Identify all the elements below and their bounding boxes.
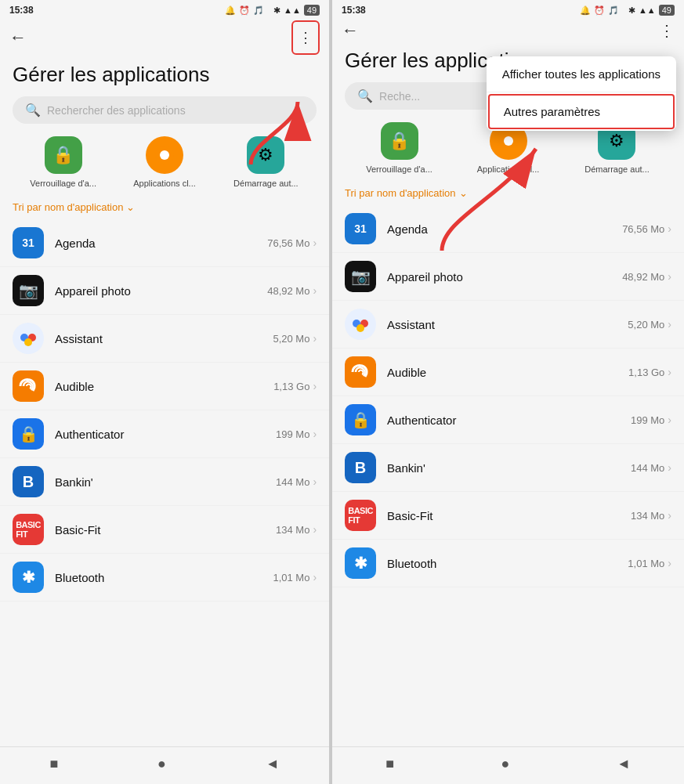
app-name-basicfit-left: Basic-Fit — [55, 523, 276, 537]
time-right: 15:38 — [342, 5, 366, 16]
shortcut-lock-label-left: Verrouillage d'a... — [30, 179, 96, 189]
app-icon-basicfit-left: BASICFIT — [13, 514, 44, 545]
more-menu-button-right[interactable]: ⋮ — [659, 21, 675, 40]
list-item[interactable]: BASICFIT Basic-Fit 134 Mo › — [0, 506, 329, 554]
nav-square-left[interactable]: ■ — [49, 756, 58, 772]
list-item[interactable]: ✱ Bluetooth 1,01 Mo › — [0, 554, 329, 602]
shortcut-lock-left[interactable]: 🔒 Verrouillage d'a... — [28, 136, 99, 189]
chevron-icon: › — [313, 237, 317, 249]
status-bar-right: 15:38 🔔 ⏰ 🎵 ✱ ▲▲ 49 — [332, 0, 684, 19]
nav-triangle-left[interactable]: ◄ — [266, 756, 280, 772]
app-icon-assistant-left — [13, 323, 44, 354]
chevron-icon: › — [668, 414, 671, 426]
list-item[interactable]: ✱ Bluetooth 1,01 Mo › — [332, 540, 684, 587]
nav-circle-right[interactable]: ● — [501, 756, 510, 772]
shortcut-startup-label-left: Démarrage aut... — [233, 179, 299, 189]
app-icon-bluetooth-left: ✱ — [13, 562, 44, 593]
app-size-bankin-left: 144 Mo — [276, 476, 309, 488]
app-size-bluetooth-left: 1,01 Mo — [273, 572, 309, 583]
app-list-left: 31 Agenda 76,56 Mo › 📷 Appareil photo 48… — [0, 219, 329, 746]
list-item[interactable]: B Bankin' 144 Mo › — [0, 458, 329, 506]
shortcut-lock-icon-left: 🔒 — [45, 136, 82, 174]
app-size-bankin-right: 144 Mo — [631, 462, 664, 474]
nav-square-right[interactable]: ■ — [385, 756, 394, 772]
app-name-assistant-right: Assistant — [387, 318, 628, 331]
search-placeholder-left: Rechercher des applications — [47, 104, 186, 117]
app-size-agenda-right: 76,56 Mo — [622, 223, 664, 235]
chevron-icon: › — [313, 475, 317, 488]
right-phone-panel: 15:38 🔔 ⏰ 🎵 ✱ ▲▲ 49 ← ⋮ Gérer les applic… — [332, 0, 684, 784]
app-name-camera-left: Appareil photo — [55, 284, 267, 298]
dropdown-item-all-apps[interactable]: Afficher toutes les applications — [487, 56, 676, 92]
page-title-left: Gérer les applications — [0, 60, 329, 96]
app-name-assistant-left: Assistant — [55, 332, 273, 345]
chevron-icon: › — [668, 222, 671, 235]
list-item[interactable]: B Bankin' 144 Mo › — [332, 444, 684, 492]
app-icon-auth-right: 🔒 — [345, 404, 376, 435]
app-size-camera-right: 48,92 Mo — [622, 271, 664, 283]
list-item[interactable]: 31 Agenda 76,56 Mo › — [0, 219, 329, 267]
shortcut-apps-left[interactable]: Applications cl... — [129, 136, 200, 189]
app-name-auth-right: Authenticator — [387, 414, 631, 427]
app-name-audible-left: Audible — [55, 380, 273, 393]
list-item[interactable]: Audible 1,13 Go › — [332, 349, 684, 396]
list-item[interactable]: 📷 Appareil photo 48,92 Mo › — [332, 253, 684, 301]
shortcut-startup-left[interactable]: ⚙ Démarrage aut... — [230, 136, 301, 189]
app-icon-bluetooth-right: ✱ — [345, 547, 376, 579]
app-size-assistant-left: 5,20 Mo — [273, 333, 309, 345]
list-item[interactable]: BASICFIT Basic-Fit 134 Mo › — [332, 492, 684, 540]
app-name-basicfit-right: Basic-Fit — [387, 509, 631, 522]
list-item[interactable]: Audible 1,13 Go › — [0, 363, 329, 410]
app-size-basicfit-right: 134 Mo — [631, 510, 664, 522]
dropdown-item-other-settings[interactable]: Autres paramètres — [488, 94, 675, 129]
chevron-icon: › — [313, 428, 317, 440]
shortcut-lock-right[interactable]: 🔒 Verrouillage d'a... — [364, 122, 435, 175]
list-item[interactable]: Assistant 5,20 Mo › — [332, 301, 684, 349]
svg-point-8 — [504, 136, 513, 146]
more-icon-left: ⋮ — [299, 29, 313, 46]
dropdown-menu: Afficher toutes les applications Autres … — [487, 56, 676, 131]
list-item[interactable]: 🔒 Authenticator 199 Mo › — [0, 410, 329, 458]
back-button-right[interactable]: ← — [342, 20, 359, 41]
nav-circle-left[interactable]: ● — [157, 756, 166, 772]
list-item[interactable]: 📷 Appareil photo 48,92 Mo › — [0, 267, 329, 315]
app-size-camera-left: 48,92 Mo — [267, 285, 309, 297]
status-icons-right: 🔔 ⏰ 🎵 ✱ ▲▲ 49 — [580, 5, 675, 16]
search-bar-left[interactable]: 🔍 Rechercher des applications — [13, 96, 317, 124]
nav-bar-left: ■ ● ◄ — [0, 746, 329, 784]
app-name-bluetooth-left: Bluetooth — [55, 571, 273, 584]
svg-point-5 — [24, 338, 32, 346]
app-name-agenda-left: Agenda — [55, 237, 267, 250]
app-name-auth-left: Authenticator — [55, 428, 276, 441]
app-size-audible-left: 1,13 Go — [273, 381, 309, 392]
chevron-icon: › — [668, 557, 671, 569]
left-phone-panel: 15:38 🔔 ⏰ 🎵 ✱ ▲▲ 49 ← ⋮ Gérer les applic… — [0, 0, 329, 784]
sort-label-right[interactable]: Tri par nom d'application ⌄ — [332, 184, 684, 205]
chevron-icon: › — [668, 509, 671, 522]
sort-label-left[interactable]: Tri par nom d'application ⌄ — [0, 198, 329, 219]
app-list-right: 31 Agenda 76,56 Mo › 📷 Appareil photo 48… — [332, 205, 684, 746]
search-placeholder-right: Reche... — [379, 90, 420, 103]
shortcut-apps-label-left: Applications cl... — [133, 179, 195, 189]
nav-triangle-right[interactable]: ◄ — [617, 756, 631, 772]
chevron-icon: › — [313, 380, 317, 392]
status-bar-left: 15:38 🔔 ⏰ 🎵 ✱ ▲▲ 49 — [0, 0, 329, 19]
back-button-left[interactable]: ← — [9, 27, 27, 48]
app-name-bankin-right: Bankin' — [387, 461, 631, 475]
shortcut-apps-label-right: Applications cl... — [477, 164, 539, 175]
chevron-icon: › — [313, 332, 317, 345]
app-size-assistant-right: 5,20 Mo — [628, 319, 664, 331]
more-menu-button-left[interactable]: ⋮ — [291, 20, 320, 55]
shortcuts-row-left: 🔒 Verrouillage d'a... Applications cl...… — [0, 133, 329, 198]
chevron-icon: › — [313, 284, 317, 297]
chevron-icon: › — [313, 523, 317, 536]
chevron-icon: › — [668, 318, 671, 331]
list-item[interactable]: 🔒 Authenticator 199 Mo › — [332, 396, 684, 444]
app-icon-audible-left — [13, 370, 44, 402]
list-item[interactable]: Assistant 5,20 Mo › — [0, 315, 329, 363]
chevron-icon: › — [668, 461, 671, 474]
search-icon-left: 🔍 — [25, 103, 41, 117]
app-size-auth-left: 199 Mo — [276, 428, 309, 440]
app-size-basicfit-left: 134 Mo — [276, 524, 309, 536]
list-item[interactable]: 31 Agenda 76,56 Mo › — [332, 205, 684, 253]
